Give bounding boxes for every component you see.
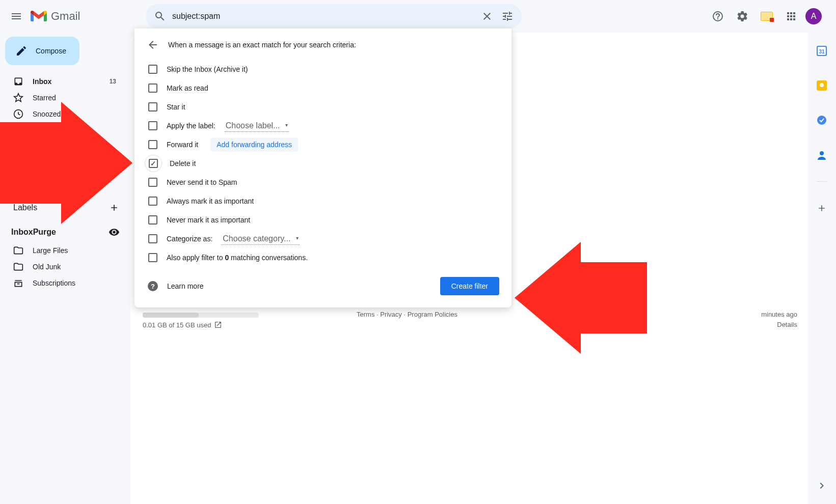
filter-option-forward: Forward it Add forwarding address [147, 135, 499, 154]
create-filter-button[interactable]: Create filter [440, 277, 499, 295]
contacts-app-button[interactable] [812, 145, 832, 165]
filter-label: Apply the label: [167, 122, 215, 130]
product-name: Gmail [51, 10, 80, 23]
pencil-icon [15, 45, 28, 57]
checkbox-never-important[interactable] [148, 215, 157, 225]
svg-text:31: 31 [819, 49, 825, 54]
main-menu-button[interactable] [4, 4, 29, 29]
plus-icon [817, 203, 827, 213]
svg-marker-8 [515, 242, 647, 354]
file-icon [13, 245, 23, 256]
apps-grid-icon [785, 10, 797, 22]
folder-icon [13, 262, 23, 272]
back-button[interactable] [147, 39, 159, 51]
filter-label: Forward it [167, 141, 198, 149]
gear-icon [736, 10, 748, 22]
side-panel-expand-button[interactable] [812, 475, 832, 496]
google-apps-button[interactable] [781, 6, 801, 26]
arrow-left-icon [147, 39, 159, 51]
filter-label: Never mark it as important [167, 216, 250, 224]
checkbox-apply-label[interactable] [148, 121, 157, 130]
horizontal-scroll-track[interactable] [143, 313, 259, 318]
filter-option-categorize: Categorize as: Choose category... [147, 230, 499, 248]
account-activity: minutes ago Details [761, 310, 797, 329]
support-button[interactable] [708, 6, 728, 26]
filter-label: Star it [167, 103, 185, 111]
mail-notification-button[interactable] [757, 6, 777, 26]
checkbox-delete[interactable] [149, 159, 158, 168]
calendar-icon: 31 [817, 46, 827, 56]
search-button[interactable] [150, 6, 170, 26]
choose-category-dropdown[interactable]: Choose category... [222, 233, 300, 245]
sidebar-item-label: Subscriptions [33, 279, 75, 287]
filter-option-never-important: Never mark it as important [147, 211, 499, 229]
clear-search-button[interactable] [477, 6, 497, 26]
filter-option-delete: Delete it [147, 154, 499, 173]
sidebar-item-large-files[interactable]: Large Files [0, 242, 122, 259]
filter-label: Delete it [170, 159, 196, 167]
add-forwarding-address-link[interactable]: Add forwarding address [210, 137, 298, 152]
sidebar-item-inbox[interactable]: Inbox 13 [0, 73, 122, 90]
checkbox-skip-inbox[interactable] [148, 65, 157, 74]
side-panel: 31 [807, 33, 836, 504]
sidebar-item-label: Old Junk [33, 263, 61, 271]
checkbox-always-important[interactable] [148, 197, 157, 206]
program-policies-link[interactable]: Program Policies [408, 311, 457, 318]
search-icon [154, 10, 166, 22]
filter-option-never-spam: Never send it to Spam [147, 173, 499, 191]
storage-usage: 0.01 GB of 15 GB used [143, 321, 222, 329]
sidebar-item-subscriptions[interactable]: Subscriptions [0, 275, 122, 291]
scroll-thumb[interactable] [143, 313, 199, 318]
star-icon [13, 93, 23, 103]
svg-point-4 [820, 83, 824, 87]
choose-label-dropdown[interactable]: Choose label... [225, 120, 289, 132]
filter-option-also-apply: Also apply filter to 0 matching conversa… [147, 248, 499, 267]
learn-more-link[interactable]: ? Learn more [147, 281, 204, 291]
settings-button[interactable] [732, 6, 752, 26]
privacy-link[interactable]: Privacy [380, 311, 402, 318]
filter-option-mark-read: Mark as read [147, 79, 499, 97]
filter-option-always-important: Always mark it as important [147, 192, 499, 210]
keep-app-button[interactable] [812, 75, 832, 96]
footer-policies: Terms · Privacy · Program Policies [357, 311, 457, 318]
checkbox-star[interactable] [148, 102, 157, 111]
checkbox-forward[interactable] [148, 140, 157, 149]
filter-label: Also apply filter to 0 matching conversa… [167, 254, 308, 262]
search-input[interactable] [170, 12, 477, 21]
checkbox-also-apply[interactable] [148, 253, 157, 262]
account-avatar[interactable]: A [805, 8, 822, 24]
filter-option-apply-label: Apply the label: Choose label... [147, 117, 499, 135]
inbox-count: 13 [110, 78, 116, 85]
annotation-arrow-right [515, 242, 647, 364]
filter-panel-title: When a message is an exact match for you… [168, 41, 356, 49]
details-link[interactable]: Details [777, 321, 797, 328]
get-addons-button[interactable] [812, 198, 832, 218]
keep-icon [817, 80, 827, 91]
svg-point-6 [820, 151, 824, 155]
annotation-arrow-left [0, 102, 138, 234]
svg-point-5 [817, 116, 826, 125]
hamburger-icon [10, 10, 22, 22]
checkbox-never-spam[interactable] [148, 178, 157, 187]
inbox-icon [13, 76, 23, 87]
gmail-logo[interactable]: Gmail [29, 10, 130, 23]
subscriptions-icon [13, 278, 23, 288]
filter-label: Always mark it as important [167, 197, 254, 205]
search-options-button[interactable] [497, 6, 518, 26]
sidebar-item-label: Large Files [33, 246, 68, 255]
tune-icon [501, 10, 514, 22]
sidebar-item-old-junk[interactable]: Old Junk [0, 259, 122, 275]
tasks-icon [817, 115, 827, 125]
help-icon [712, 10, 724, 22]
tasks-app-button[interactable] [812, 110, 832, 130]
terms-link[interactable]: Terms [357, 311, 374, 318]
help-icon: ? [148, 281, 158, 291]
filter-label: Categorize as: [167, 235, 212, 243]
checkbox-categorize[interactable] [148, 234, 157, 243]
calendar-app-button[interactable]: 31 [812, 41, 832, 61]
compose-button[interactable]: Compose [5, 37, 79, 65]
filter-option-skip-inbox: Skip the Inbox (Archive it) [147, 60, 499, 78]
open-external-icon[interactable] [214, 321, 222, 329]
checkbox-mark-read[interactable] [148, 83, 157, 93]
sidebar-item-label: Starred [33, 94, 56, 102]
